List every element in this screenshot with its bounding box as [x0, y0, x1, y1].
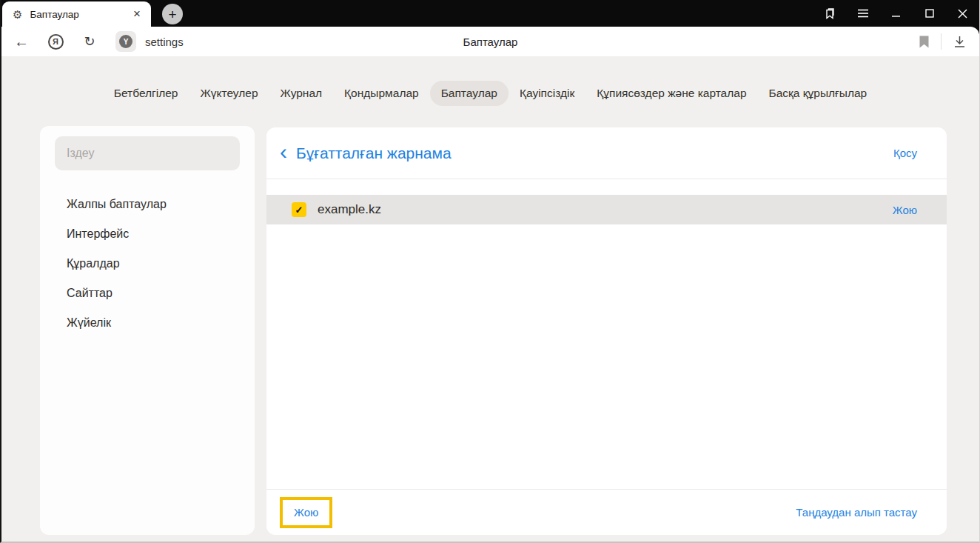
sidebar-menu: Жалпы баптаулар Интерфейс Құралдар Сайтт…	[40, 190, 255, 338]
omnibox-page-title: Баптаулар	[463, 36, 518, 48]
sidebar-item-tools[interactable]: Құралдар	[40, 249, 255, 279]
close-button[interactable]	[946, 0, 979, 27]
menu-icon[interactable]	[846, 0, 879, 27]
protect-letter: Y	[119, 35, 132, 48]
tab-bookmarks[interactable]: Бетбелгілер	[103, 81, 189, 106]
side-panels-icon[interactable]	[813, 0, 846, 27]
gear-icon: ⚙	[13, 9, 22, 20]
yandex-letter: Я	[48, 34, 64, 50]
settings-nav-tabs: Бетбелгілер Жүктеулер Журнал Қондырмалар…	[1, 71, 979, 116]
sidebar-item-interface[interactable]: Интерфейс	[40, 219, 255, 249]
site-label: example.kz	[318, 202, 381, 217]
tab-close-icon[interactable]: ×	[130, 7, 144, 21]
downloads-icon[interactable]	[953, 36, 966, 48]
back-icon[interactable]: ←	[13, 33, 30, 50]
highlight-box: Жою	[280, 497, 332, 528]
browser-toolbar: ← Я ↻ Y settings Баптаулар	[1, 27, 979, 56]
tab-addons[interactable]: Қондырмалар	[333, 81, 430, 106]
add-link[interactable]: Қосу	[893, 147, 917, 159]
panel-header: ‹ Бұғатталған жарнама Қосу	[266, 127, 947, 179]
blocked-ads-panel: ‹ Бұғатталған жарнама Қосу ✓ example.kz …	[266, 127, 947, 535]
page-title: Бұғатталған жарнама	[296, 144, 452, 162]
yandex-logo-icon[interactable]: Я	[47, 34, 64, 50]
row-delete-link[interactable]: Жою	[893, 204, 917, 216]
browser-window: ⚙ Баптаулар × +	[0, 0, 980, 543]
tab-downloads[interactable]: Жүктеулер	[189, 81, 269, 106]
protect-badge-icon[interactable]: Y	[115, 31, 136, 52]
new-tab-button[interactable]: +	[162, 4, 183, 24]
tab-other-devices[interactable]: Басқа құрылғылар	[758, 81, 879, 106]
checkbox-checked[interactable]: ✓	[292, 202, 306, 217]
sidebar-item-sites[interactable]: Сайттар	[40, 279, 255, 308]
tab-passwords[interactable]: Құпиясөздер және карталар	[585, 81, 757, 106]
plus-icon: +	[168, 7, 176, 21]
window-controls	[813, 0, 979, 27]
minimize-button[interactable]	[879, 0, 913, 27]
search-input[interactable]	[55, 136, 240, 170]
sidebar-item-general[interactable]: Жалпы баптаулар	[40, 190, 255, 219]
maximize-button[interactable]	[913, 0, 946, 27]
tab-security[interactable]: Қауіпсіздік	[509, 81, 585, 106]
bookmark-icon[interactable]	[919, 36, 929, 48]
panel-body	[266, 224, 947, 489]
tab-history[interactable]: Журнал	[269, 81, 334, 106]
panel-footer: Жою Таңдаудан алып тастау	[266, 489, 947, 535]
unselect-link[interactable]: Таңдаудан алып тастау	[796, 506, 917, 519]
toolbar-left-group: ← Я ↻ Y settings	[13, 31, 184, 52]
tab-settings[interactable]: Баптаулар	[430, 81, 509, 106]
refresh-icon[interactable]: ↻	[81, 33, 98, 50]
tab-title: Баптаулар	[30, 9, 130, 20]
toolbar-divider	[941, 33, 942, 50]
delete-selected-link[interactable]: Жою	[294, 506, 318, 519]
blocked-site-row[interactable]: ✓ example.kz Жою	[266, 195, 947, 224]
settings-sidebar: Жалпы баптаулар Интерфейс Құралдар Сайтт…	[40, 126, 255, 535]
sidebar-item-system[interactable]: Жүйелік	[40, 308, 255, 338]
address-url-text[interactable]: settings	[145, 36, 184, 48]
chevron-left-icon[interactable]: ‹	[280, 143, 287, 161]
check-icon: ✓	[295, 204, 303, 216]
toolbar-right-group	[919, 33, 966, 50]
browser-tab-settings[interactable]: ⚙ Баптаулар ×	[2, 1, 151, 27]
